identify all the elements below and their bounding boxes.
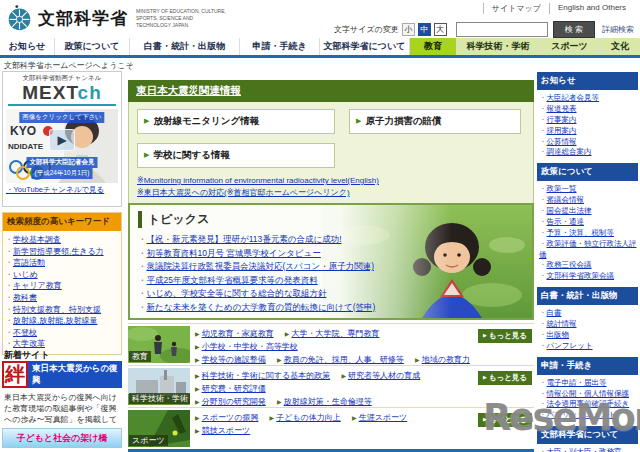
keyword-link[interactable]: 特別支援教育、特別支援 [13, 305, 101, 314]
font-size-medium-button[interactable]: 中 [418, 23, 431, 36]
category-link[interactable]: 分野別の研究開発 [195, 397, 266, 406]
english-link[interactable]: English and Others [549, 3, 634, 14]
keyword-link[interactable]: 放射線,放射能,放射線量 [13, 316, 97, 325]
search-input[interactable] [456, 22, 548, 37]
category-link[interactable]: 大学・大学院、専門教育 [285, 329, 380, 338]
keyword-link[interactable]: 大学改革 [13, 339, 45, 348]
font-size-small-button[interactable]: 小 [402, 23, 415, 36]
topic-link[interactable]: 平成25年度文部科学省概算要求等の発表資料 [147, 275, 318, 285]
tab-sports[interactable]: スポーツ [540, 38, 600, 55]
sidebar-link[interactable]: 行事案内 [547, 115, 577, 124]
tab-oshirase[interactable]: お知らせ [0, 38, 55, 55]
video-thumbnail[interactable]: KYO NDIDATE 画像をクリックして下さい ▶ 文部科学大臣記者会見 (平… [6, 109, 118, 183]
search-button[interactable]: 検 索 [553, 21, 595, 38]
sidebar-link[interactable]: 予算・決算、税制等 [547, 228, 615, 237]
sidebar-link[interactable]: 政務三役会議 [547, 260, 592, 269]
radiation-monitoring-button[interactable]: 放射線モニタリング情報 [137, 109, 335, 134]
mext-homepage: 文部科学省 MINISTRY OF EDUCATION, CULTURE, SP… [0, 0, 640, 452]
keyword-link[interactable]: 教科書 [13, 293, 37, 302]
list-item: 告示・通達 [539, 217, 637, 228]
kodomo-shakai-banner[interactable]: 子どもと社会の架け橋 [2, 428, 122, 448]
category-link[interactable]: スポーツの振興 [195, 413, 258, 422]
category-link[interactable]: 生涯スポーツ [352, 413, 407, 422]
sidebar-link[interactable]: 調達総合案内 [547, 147, 592, 156]
font-size-label: 文字サイズの変更 [334, 24, 399, 35]
sidebar-link[interactable]: 出版物 [547, 330, 570, 339]
kizuna-banner[interactable]: 絆 東日本大震災からの復興 [2, 361, 122, 388]
topic-link[interactable]: 初等教育資料10月号 宮城県学校インタビュー [147, 248, 321, 258]
category-link[interactable]: 研究者等人材の育成 [341, 371, 420, 380]
category-link[interactable]: 小学校・中学校・高等学校 [195, 342, 298, 351]
main-navigation: お知らせ 政策について 白書・統計・出版物 申請・手続き 文部科学省について 教… [0, 38, 640, 58]
sidebar-link[interactable]: 政策評価・独立行政法人評価 [539, 239, 637, 259]
list-item: 公募情報 [539, 137, 637, 148]
topic-link[interactable]: いじめ、学校安全等に関する総合的な取組方針 [147, 288, 327, 298]
advanced-search-link[interactable]: 詳細検索 [602, 24, 634, 35]
keyword-link[interactable]: 学校基本調査 [13, 235, 61, 244]
category-link[interactable]: 学校等の施設整備 [195, 355, 266, 364]
sidebar-link[interactable]: パンフレット [547, 341, 593, 350]
monitoring-english-link[interactable]: ※Monitoring information of environmental… [137, 175, 525, 187]
list-item: 大臣記者会見等 [539, 93, 637, 104]
sidebar-link[interactable]: 国会提出法律 [547, 206, 592, 215]
sidebar-link[interactable]: 情報公開・個人情報保護 [547, 389, 630, 398]
category-link[interactable]: 教員の免許、採用、人事、研修等 [277, 355, 404, 364]
tab-seisaku[interactable]: 政策について [55, 38, 130, 55]
list-item: 統計情報 [539, 319, 637, 330]
sidebar-link[interactable]: 告示・通達 [547, 217, 585, 226]
keyword-link[interactable]: 言語活動 [13, 258, 45, 267]
category-link[interactable]: 地域の教育力 [415, 355, 470, 364]
keyword-link[interactable]: いじめ [13, 270, 38, 279]
tab-kyoiku[interactable]: 教育 [410, 38, 457, 55]
education-more-button[interactable]: もっと見る [478, 329, 532, 343]
category-link[interactable]: 研究費・研究評価 [195, 384, 266, 393]
tab-kagaku[interactable]: 科学技術・学術 [457, 38, 540, 55]
sidebar-link[interactable]: 政策一覧 [547, 184, 577, 193]
tab-about-mext[interactable]: 文部科学省について [320, 38, 410, 55]
category-link[interactable]: 科学技術・学術に関する基本的政策 [195, 371, 330, 380]
category-link[interactable]: 子どもの体力向上 [270, 413, 341, 422]
sidebar-link[interactable]: 報道発表 [547, 104, 577, 113]
sports-more-button[interactable]: もっと見る [478, 413, 532, 427]
kantei-link[interactable]: ※東日本大震災への対応(※首相官邸ホームページへリンク) [137, 187, 525, 199]
sidebar-link[interactable]: 電子申請・届出等 [547, 378, 607, 387]
category-link[interactable]: 放射線対策・生命倫理等 [277, 397, 372, 406]
sidebar-link[interactable]: 統計情報 [547, 319, 577, 328]
nuclear-damage-button[interactable]: 原子力損害の賠償 [349, 109, 521, 134]
school-info-button[interactable]: 学校に関する情報 [137, 143, 335, 168]
category-link[interactable]: 競技スポーツ [195, 426, 250, 435]
play-icon[interactable]: ▶ [49, 129, 75, 151]
disaster-info-title-link[interactable]: 東日本大震災関連情報 [136, 84, 241, 96]
topics-list: 【祝・新元素発見】理研が113番元素の合成に成功! 初等教育資料10月号 宮城県… [138, 233, 524, 315]
sidebar-link[interactable]: 大臣記者会見等 [547, 93, 600, 102]
science-more-button[interactable]: もっと見る [478, 371, 532, 385]
list-item: いじめ [5, 269, 119, 281]
site-logo[interactable]: 文部科学省 MINISTRY OF EDUCATION, CULTURE, SP… [6, 5, 228, 32]
sidebar-link[interactable]: 審議会情報 [547, 195, 585, 204]
video-overlay-hint: 画像をクリックして下さい [19, 112, 104, 123]
keyword-link[interactable]: 新学習指導要領,生きる力 [13, 247, 104, 256]
tab-shinsei[interactable]: 申請・手続き [240, 38, 320, 55]
tab-hakusho[interactable]: 白書・統計・出版物 [130, 38, 240, 55]
sidebar-link[interactable]: パブリックコメント [547, 410, 616, 419]
topic-link[interactable]: 【祝・新元素発見】理研が113番元素の合成に成功! [147, 234, 342, 244]
tab-bunka[interactable]: 文化 [600, 38, 640, 55]
category-link[interactable]: 幼児教育・家庭教育 [195, 329, 274, 338]
sidebar-link[interactable]: 公募情報 [547, 137, 577, 146]
font-size-large-button[interactable]: 大 [434, 23, 447, 36]
keyword-link[interactable]: キャリア教育 [13, 281, 62, 290]
topic-link[interactable]: 衆議院決算行政監視委員会決議対応(スパコン・原子力関連) [147, 261, 374, 271]
sports-photo: スポーツ [128, 410, 190, 447]
category-rows: 教育 幼児教育・家庭教育 大学・大学院、専門教育 小学校・中学校・高等学校 学校… [128, 323, 534, 449]
youtube-channel-link[interactable]: ・YouTubeチャンネルで見る [3, 183, 121, 197]
sidebar-link[interactable]: 法令適用事前確認手続き [547, 399, 630, 408]
topic-link[interactable]: 新たな未来を築くための大学教育の質的転換に向けて(答申) [147, 302, 376, 312]
sidebar-link[interactable]: 文部科学省政策会議 [547, 271, 615, 280]
sidebar-link[interactable]: 大臣・副大臣・政務官 [547, 447, 622, 452]
keyword-link[interactable]: 不登校 [13, 328, 37, 337]
sidebar-header-seisaku: 政策について [537, 163, 638, 181]
sidebar-list: 大臣・副大臣・政務官 幹部名簿 [537, 444, 638, 452]
sidebar-link[interactable]: 採用案内 [547, 126, 577, 135]
sidebar-link[interactable]: 白書 [547, 308, 562, 317]
sitemap-link[interactable]: サイトマップ [483, 3, 549, 14]
